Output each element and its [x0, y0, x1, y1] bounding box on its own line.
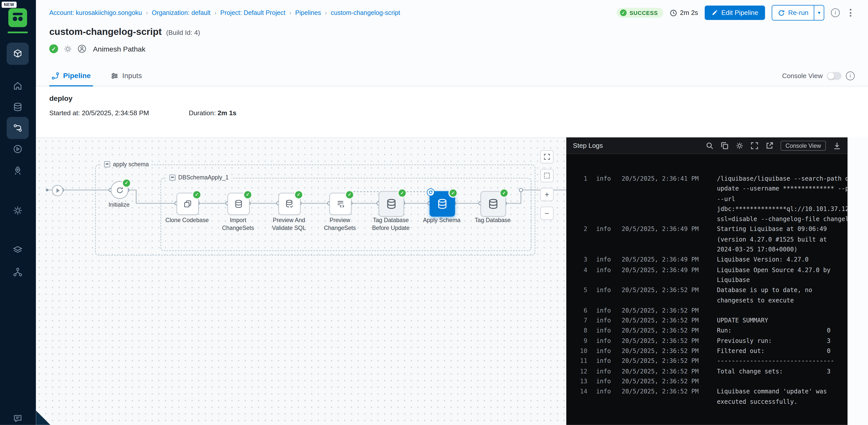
log-message: Starting Liquibase at 09:06:49 — [717, 225, 847, 235]
pipeline-success-icon: ✓ — [49, 44, 58, 53]
select-mode-button[interactable] — [540, 169, 554, 182]
group-dbschemaapply-label[interactable]: DBSchemaApply_1 — [167, 174, 231, 180]
log-timestamp: 20/5/2025, 2:36:52 PM — [622, 336, 702, 346]
log-fullscreen-button[interactable] — [751, 142, 758, 149]
log-level — [596, 235, 613, 245]
log-message: (version 4.27.0 #1525 built at — [717, 235, 847, 245]
log-line-number: 8 — [573, 326, 587, 336]
log-timestamp — [622, 397, 702, 407]
node-clone-codebase[interactable]: ✓ — [177, 193, 199, 215]
log-line-number: 13 — [573, 377, 587, 387]
node-preview-validate-sql[interactable]: ✓ — [278, 193, 301, 215]
gear-icon[interactable] — [64, 45, 72, 53]
sidebar-item-templates[interactable] — [6, 239, 29, 261]
log-body[interactable]: 1 info 20/5/2025, 2:36:41 PM /liquibase/… — [566, 154, 847, 425]
log-message — [717, 377, 847, 387]
node-import-changesets[interactable]: ✓ — [227, 193, 250, 215]
log-console-view-button[interactable]: Console View — [781, 141, 826, 150]
log-row: 13 info 20/5/2025, 2:36:52 PM — [566, 377, 847, 387]
meta-row: ✓ Animesh Pathak — [49, 44, 146, 53]
sidebar-item-builds-module[interactable] — [6, 43, 29, 65]
log-timestamp: 20/5/2025, 2:36:52 PM — [622, 316, 702, 326]
log-message: Liquibase Open Source 4.27.0 by — [717, 265, 847, 276]
edit-pipeline-button[interactable]: Edit Pipeline — [705, 5, 765, 20]
node-tag-database-before-update[interactable]: ✓ — [379, 191, 404, 217]
tab-pipeline[interactable]: Pipeline — [49, 65, 93, 86]
breadcrumb-account[interactable]: Account: kurosakiichigo.songoku — [49, 9, 142, 16]
node-start[interactable] — [52, 185, 63, 196]
more-options-icon[interactable] — [846, 8, 855, 18]
log-level: info — [596, 346, 613, 356]
log-level — [596, 194, 613, 204]
log-level: info — [596, 225, 613, 235]
pipeline-canvas[interactable]: apply schema DBSchemaApply_1 — [36, 138, 566, 425]
log-level — [596, 295, 613, 306]
info-icon[interactable]: i — [846, 71, 855, 80]
log-line-number — [573, 184, 587, 194]
node-label: Tag Database — [469, 217, 517, 224]
collapse-icon[interactable] — [169, 174, 176, 180]
tab-inputs[interactable]: Inputs — [108, 65, 144, 86]
log-search-button[interactable] — [706, 142, 714, 149]
build-id: (Build Id: 4) — [166, 29, 200, 37]
info-icon[interactable]: i — [831, 8, 840, 17]
log-timestamp: 20/5/2025, 2:36:52 PM — [622, 387, 702, 397]
workspace: apply schema DBSchemaApply_1 — [36, 138, 847, 425]
user-icon — [78, 44, 86, 53]
zoom-out-button[interactable]: − — [540, 207, 554, 220]
sidebar-item-executions[interactable] — [6, 138, 29, 160]
log-copy-button[interactable] — [721, 142, 728, 149]
node-preview-changesets[interactable]: ✓ — [330, 193, 352, 215]
log-open-new-tab-button[interactable] — [766, 142, 773, 149]
node-apply-schema[interactable]: ✓ — [430, 191, 455, 217]
new-badge: NEW — [2, 2, 17, 8]
log-level: info — [596, 387, 613, 397]
log-message: -------------------------------- — [717, 357, 847, 367]
node-tag-database[interactable]: ✓ — [480, 191, 506, 217]
sidebar-item-pipelines[interactable] — [6, 117, 29, 139]
log-download-button[interactable] — [833, 142, 841, 149]
breadcrumb-organization[interactable]: Organization: default — [152, 9, 211, 16]
breadcrumb-separator: › — [325, 9, 327, 16]
console-resize-handle[interactable] — [36, 410, 51, 425]
step-type-badge — [427, 188, 434, 196]
collapse-icon[interactable] — [104, 161, 110, 167]
rerun-caret[interactable]: ▾ — [814, 5, 824, 20]
sidebar-item-home[interactable] — [6, 75, 29, 97]
stage-started: Started at: 20/5/2025, 2:34:58 PM — [49, 109, 189, 117]
step-logs-panel: Step Logs Conso — [566, 138, 847, 425]
sidebar-item-deployments[interactable] — [6, 160, 29, 182]
log-timestamp: 20/5/2025, 2:36:52 PM — [622, 367, 702, 377]
sidebar-item-services[interactable] — [6, 96, 29, 118]
group-apply-schema-label[interactable]: apply schema — [101, 161, 152, 167]
zoom-in-button[interactable]: + — [540, 188, 554, 201]
log-row: executed successfully. — [566, 397, 847, 407]
breadcrumb-pipelines[interactable]: Pipelines — [295, 9, 321, 16]
page-title: custom-changelog-script — [49, 27, 162, 38]
harness-logo[interactable] — [8, 8, 27, 27]
node-label: Tag Database Before Update — [367, 217, 415, 232]
node-initialize[interactable]: ✓ — [111, 181, 128, 199]
sidebar-item-chat[interactable] — [6, 407, 29, 425]
console-view-toggle[interactable] — [827, 72, 841, 80]
log-row: 6 info 20/5/2025, 2:36:52 PM — [566, 306, 847, 316]
sidebar: NEW — [0, 0, 36, 425]
log-timestamp — [622, 276, 702, 285]
log-message: Run: 0 — [717, 326, 847, 336]
fullscreen-button[interactable] — [540, 150, 554, 164]
app-root: NEW — [0, 0, 868, 425]
sidebar-item-connectors[interactable] — [6, 261, 29, 283]
log-message: --url — [717, 194, 847, 204]
author-name[interactable]: Animesh Pathak — [93, 45, 146, 53]
sidebar-item-settings[interactable] — [6, 199, 29, 222]
layers-icon — [12, 245, 23, 255]
log-level: info — [596, 357, 613, 367]
log-level: info — [596, 285, 613, 295]
stage-duration: Duration: 2m 1s — [189, 109, 237, 117]
breadcrumb-current[interactable]: custom-changelog-script — [331, 9, 400, 16]
success-check-icon: ✓ — [448, 188, 458, 198]
status-badge: ✓ SUCCESS — [617, 8, 663, 18]
breadcrumb-project[interactable]: Project: Default Project — [220, 9, 285, 16]
rerun-button[interactable]: Re-run ▾ — [772, 5, 824, 21]
log-settings-button[interactable] — [736, 142, 744, 149]
